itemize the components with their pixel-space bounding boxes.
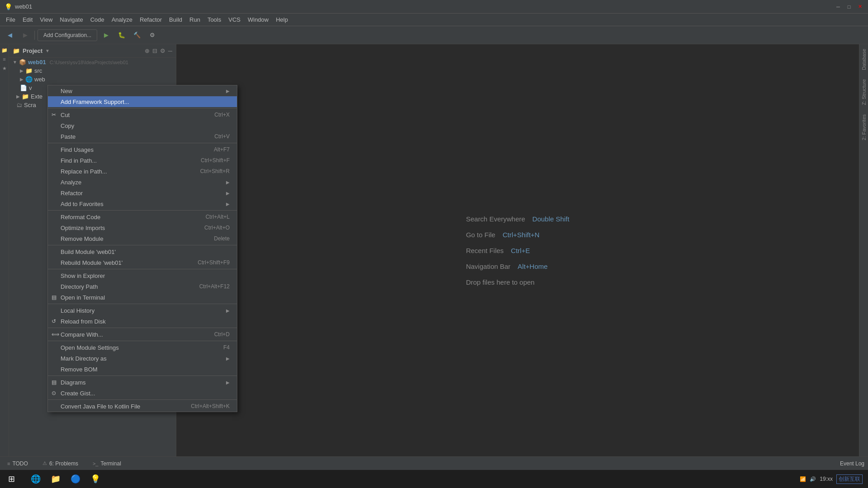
- menu-code[interactable]: Code: [87, 15, 108, 24]
- root-folder-icon: 📦: [19, 59, 26, 66]
- taskbar: ⊞ 🌐 📁 🔵 💡 📶 🔊 19:xx 创新互联: [0, 470, 868, 488]
- maximize-button[interactable]: □: [845, 3, 853, 10]
- ctx-separator-5: [48, 269, 237, 269]
- ctx-copy[interactable]: Copy: [48, 120, 237, 131]
- ctx-find-in-path[interactable]: Find in Path... Ctrl+Shift+F: [48, 155, 237, 166]
- search-everywhere-shortcut: Double Shift: [533, 215, 570, 223]
- structure-icon[interactable]: ≡: [1, 56, 8, 63]
- database-sidebar-label[interactable]: Database: [860, 44, 868, 75]
- toolbar-more[interactable]: ⚙: [146, 29, 159, 42]
- web-folder-icon: 🌐: [25, 76, 33, 83]
- ctx-new[interactable]: New ▶: [48, 85, 237, 96]
- menu-refactor[interactable]: Refactor: [136, 15, 165, 24]
- problems-icon: ⚠: [42, 460, 47, 466]
- menu-run[interactable]: Run: [186, 15, 204, 24]
- ctx-find-usages[interactable]: Find Usages Alt+F7: [48, 144, 237, 155]
- ctx-add-framework[interactable]: Add Framework Support...: [48, 96, 237, 107]
- project-dropdown-icon[interactable]: ▼: [45, 48, 50, 53]
- menu-build[interactable]: Build: [165, 15, 186, 24]
- project-close-icon[interactable]: ─: [168, 47, 172, 54]
- ext-folder-icon: 📁: [22, 93, 29, 100]
- ctx-optimize-imports[interactable]: Optimize Imports Ctrl+Alt+O: [48, 222, 237, 233]
- structure-sidebar-label[interactable]: Z: Structure: [860, 75, 868, 109]
- ctx-compare-with[interactable]: ⟺ Compare With... Ctrl+D: [48, 329, 237, 340]
- favorites-sidebar-label[interactable]: 2: Favorites: [860, 110, 868, 145]
- project-collapse-icon[interactable]: ⊟: [152, 47, 157, 54]
- menu-vcs[interactable]: VCS: [225, 15, 244, 24]
- ctx-separator-10: [48, 399, 237, 400]
- favorites-icon[interactable]: ★: [1, 65, 8, 72]
- tree-root[interactable]: ▼ 📦 web01 C:\Users\ysv18\IdeaProjects\we…: [9, 58, 176, 66]
- build-button[interactable]: 🔨: [131, 29, 143, 42]
- taskbar-icon-idea[interactable]: 💡: [86, 470, 105, 488]
- problems-tab[interactable]: ⚠ 6: Problems: [39, 459, 82, 468]
- add-configuration-button[interactable]: Add Configuration...: [38, 29, 97, 41]
- ctx-local-history[interactable]: Local History ▶: [48, 305, 237, 316]
- ctx-reformat[interactable]: Reformat Code Ctrl+Alt+L: [48, 211, 237, 222]
- ctx-remove-bom[interactable]: Remove BOM: [48, 364, 237, 375]
- ctx-mark-directory[interactable]: Mark Directory as ▶: [48, 353, 237, 364]
- menu-navigate[interactable]: Navigate: [56, 15, 86, 24]
- ctx-module-settings[interactable]: Open Module Settings F4: [48, 342, 237, 353]
- taskbar-network-icon: 📶: [800, 476, 806, 482]
- right-sidebar: Database Z: Structure 2: Favorites: [859, 44, 868, 474]
- minimize-button[interactable]: ─: [835, 3, 842, 10]
- ctx-create-gist[interactable]: ⊙ Create Gist...: [48, 388, 237, 399]
- tree-v-label: v: [29, 84, 32, 91]
- start-button[interactable]: ⊞: [0, 470, 23, 488]
- taskbar-icon-store[interactable]: 🔵: [66, 470, 85, 488]
- context-menu: New ▶ Add Framework Support... ✂ Cut Ctr…: [47, 85, 237, 412]
- ctx-analyze[interactable]: Analyze ▶: [48, 177, 237, 188]
- problems-label: 6: Problems: [49, 460, 78, 467]
- ctx-open-terminal[interactable]: ▤ Open in Terminal: [48, 292, 237, 303]
- ctx-reload-from-disk[interactable]: ↺ Reload from Disk: [48, 316, 237, 327]
- tree-root-label: web01: [28, 59, 46, 66]
- taskbar-icon-edge[interactable]: 🌐: [26, 470, 45, 488]
- ctx-cut[interactable]: ✂ Cut Ctrl+X: [48, 109, 237, 120]
- todo-tab[interactable]: ≡ TODO: [4, 459, 32, 468]
- toolbar-navigate-back[interactable]: ◀: [4, 29, 16, 42]
- terminal-tab-icon: >_: [93, 461, 99, 466]
- taskbar-sound-icon: 🔊: [810, 476, 816, 482]
- menu-view[interactable]: View: [36, 15, 56, 24]
- tree-scra-label: Scra: [24, 102, 36, 108]
- ctx-convert-kotlin[interactable]: Convert Java File to Kotlin File Ctrl+Al…: [48, 401, 237, 412]
- project-locate-icon[interactable]: ⊕: [145, 47, 150, 54]
- ctx-replace-in-path[interactable]: Replace in Path... Ctrl+Shift+R: [48, 166, 237, 177]
- taskbar-icon-explorer[interactable]: 📁: [46, 470, 65, 488]
- close-button[interactable]: ✕: [856, 3, 863, 10]
- ctx-separator-1: [48, 108, 237, 108]
- ctx-directory-path[interactable]: Directory Path Ctrl+Alt+F12: [48, 281, 237, 292]
- ctx-paste[interactable]: Paste Ctrl+V: [48, 131, 237, 142]
- ctx-rebuild-module[interactable]: Rebuild Module 'web01' Ctrl+Shift+F9: [48, 257, 237, 268]
- event-log-label[interactable]: Event Log: [840, 460, 864, 467]
- menu-analyze[interactable]: Analyze: [108, 15, 136, 24]
- ctx-separator-6: [48, 304, 237, 304]
- menu-file[interactable]: File: [2, 15, 19, 24]
- ctx-diagrams[interactable]: ▤ Diagrams ▶: [48, 377, 237, 388]
- ctx-show-explorer[interactable]: Show in Explorer: [48, 270, 237, 281]
- tree-src-label: src: [34, 67, 42, 74]
- ctx-remove-module[interactable]: Remove Module Delete: [48, 233, 237, 244]
- project-header: 📁 Project ▼ ⊕ ⊟ ⚙ ─: [9, 44, 176, 58]
- menu-help[interactable]: Help: [272, 15, 292, 24]
- tree-item-src[interactable]: ▶ 📁 src: [9, 66, 176, 75]
- ctx-add-favorites[interactable]: Add to Favorites ▶: [48, 198, 237, 209]
- toolbar-separator: [34, 31, 35, 40]
- run-button[interactable]: ▶: [100, 29, 113, 42]
- src-folder-icon: 📁: [25, 67, 33, 74]
- project-settings-icon[interactable]: ⚙: [160, 47, 165, 54]
- ctx-build-module[interactable]: Build Module 'web01': [48, 246, 237, 257]
- tree-item-web[interactable]: ▶ 🌐 web: [9, 75, 176, 84]
- taskbar-clock: 19:xx: [820, 475, 833, 483]
- scra-folder-icon: 🗂: [16, 102, 22, 108]
- toolbar-navigate-forward[interactable]: ▶: [19, 29, 32, 42]
- terminal-tab[interactable]: >_ Terminal: [89, 459, 125, 468]
- menu-window[interactable]: Window: [244, 15, 272, 24]
- project-icon[interactable]: 📁: [1, 47, 8, 54]
- debug-button[interactable]: 🐛: [115, 29, 128, 42]
- tree-root-path: C:\Users\ysv18\IdeaProjects\web01: [50, 60, 128, 65]
- menu-edit[interactable]: Edit: [19, 15, 36, 24]
- ctx-refactor[interactable]: Refactor ▶: [48, 188, 237, 198]
- menu-tools[interactable]: Tools: [204, 15, 225, 24]
